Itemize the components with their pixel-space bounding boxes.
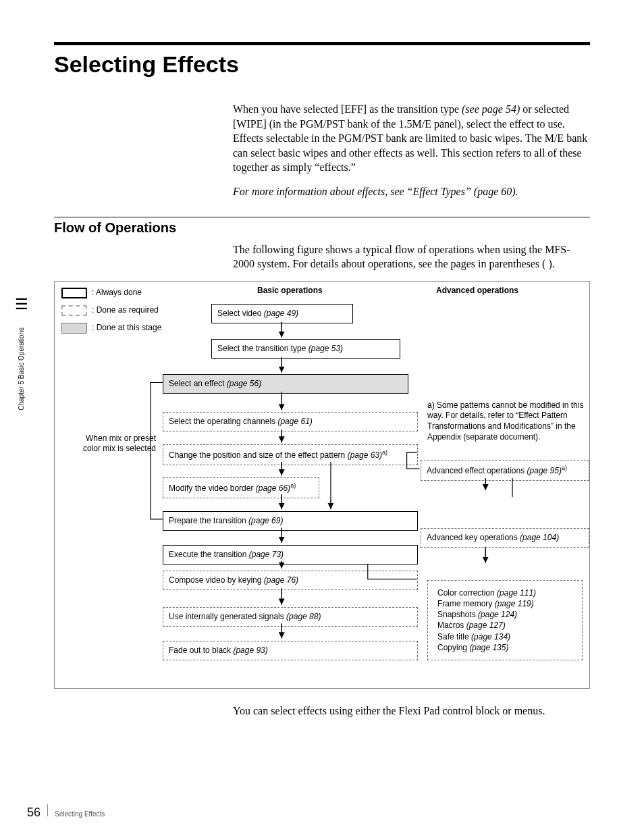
footer-label: Selecting Effects — [55, 810, 105, 818]
box-select-effect: Select an effect (page 56) — [163, 374, 408, 394]
footnote-a: a) Some patterns cannot be modified in t… — [427, 400, 588, 442]
box-channels: Select the operating channels (page 61) — [163, 412, 418, 431]
advanced-list-box: Color correction (page 111) Frame memory… — [427, 580, 583, 660]
col-basic: Basic operations — [257, 286, 323, 296]
side-glyph: ☰ — [15, 297, 28, 312]
intro-paragraph: When you have selected [EFF] as the tran… — [233, 102, 590, 175]
box-adv-effect: Advanced effect operations (page 95)a) — [421, 460, 589, 481]
closing: You can select effects using either the … — [233, 705, 590, 717]
box-keying: Compose video by keying (page 76) — [163, 571, 418, 590]
divider — [54, 217, 590, 217]
box-select-video: Select video (page 49) — [211, 304, 353, 323]
side-label: When mix or preset color mix is selected — [82, 434, 156, 454]
more-info: For more information about effects, see … — [233, 184, 590, 199]
box-adv-key: Advanced key operations (page 104) — [421, 528, 589, 548]
legend: : Always done : Done as required : Done … — [61, 286, 161, 338]
page-number: 56 — [27, 806, 41, 820]
box-execute: Execute the transition (page 73) — [163, 545, 418, 565]
footer-divider — [47, 804, 48, 816]
sidebar-label: Chapter 5 Basic Operations — [18, 327, 25, 411]
box-border: Modify the video border (page 66)a) — [163, 477, 319, 498]
box-pattern: Change the position and size of the effe… — [163, 444, 418, 465]
subtitle: Flow of Operations — [54, 220, 590, 236]
flowchart: Basic operations Advanced operations : A… — [54, 281, 590, 689]
box-prepare: Prepare the transition (page 69) — [163, 511, 418, 531]
page-title: Selecting Effects — [54, 51, 590, 78]
swatch-stage — [61, 323, 87, 334]
box-fade-black: Fade out to black (page 93) — [163, 641, 418, 660]
swatch-always — [61, 288, 87, 298]
swatch-required — [61, 305, 87, 316]
box-transition-type: Select the transition type (page 53) — [211, 339, 400, 359]
flow-intro: The following figure shows a typical flo… — [233, 242, 590, 271]
footer: 56 Selecting Effects — [27, 804, 105, 820]
top-rule — [54, 42, 590, 45]
col-advanced: Advanced operations — [436, 286, 518, 296]
box-internal-signals: Use internally generated signals (page 8… — [163, 607, 418, 627]
